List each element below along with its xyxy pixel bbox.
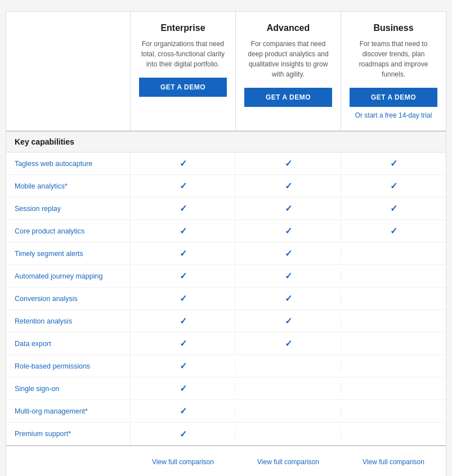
- advanced-comparison-link[interactable]: View full comparison: [257, 458, 319, 466]
- check-icon: ✓: [180, 361, 187, 371]
- check-icon: ✓: [180, 181, 187, 191]
- advanced-cta-button[interactable]: GET A DEMO: [244, 88, 332, 107]
- feature-name: Timely segment alerts: [6, 244, 130, 263]
- section-header-col2: [238, 137, 338, 146]
- feature-cell-advanced: ✓: [235, 220, 341, 242]
- feature-cell-advanced: ✓: [235, 197, 341, 219]
- feature-name: Role-based permissions: [6, 357, 130, 376]
- check-icon: ✓: [180, 339, 187, 348]
- section-header-col1: [138, 137, 238, 146]
- check-icon: ✓: [180, 316, 187, 326]
- feature-cell-business: [341, 361, 446, 372]
- feature-cell-advanced: [235, 428, 341, 439]
- section-header-col3: [338, 137, 437, 146]
- feature-cell-business: [341, 406, 446, 417]
- feature-row: Retention analysis✓✓: [6, 310, 446, 333]
- advanced-desc: For companies that need deep product ana…: [244, 39, 332, 79]
- feature-cell-enterprise: ✓: [130, 288, 235, 309]
- check-icon: ✓: [180, 406, 187, 416]
- footer-empty: [6, 455, 130, 469]
- feature-cell-enterprise: ✓: [130, 152, 235, 174]
- check-icon: ✓: [285, 316, 292, 326]
- feature-row: Multi-org management*✓: [6, 400, 446, 423]
- plan-advanced: Advanced For companies that need deep pr…: [235, 12, 341, 131]
- footer-advanced-comparison: View full comparison: [235, 455, 341, 469]
- feature-cell-business: [341, 271, 446, 282]
- feature-cell-advanced: ✓: [235, 310, 341, 332]
- check-icon: ✓: [390, 181, 397, 191]
- feature-row: Mobile analytics*✓✓✓: [6, 175, 446, 197]
- feature-name: Premium support*: [6, 424, 130, 443]
- check-icon: ✓: [180, 226, 187, 236]
- feature-cell-advanced: ✓: [235, 265, 341, 287]
- section-title: Key capabilities: [15, 137, 138, 146]
- feature-cell-advanced: ✓: [235, 175, 341, 197]
- check-icon: ✓: [390, 159, 397, 168]
- business-desc: For teams that need to discover trends, …: [350, 39, 437, 79]
- business-comparison-link[interactable]: View full comparison: [363, 458, 424, 466]
- plan-enterprise: Enterprise For organizations that need t…: [130, 12, 235, 131]
- feature-name: Automated journey mapping: [6, 267, 130, 286]
- feature-cell-enterprise: ✓: [130, 333, 235, 354]
- free-trial-link[interactable]: Or start a free 14-day trial: [350, 111, 437, 119]
- feature-row: Premium support*✓: [6, 423, 446, 445]
- feature-name: Tagless web autocapture: [6, 154, 130, 173]
- feature-name: Core product analytics: [6, 222, 130, 241]
- feature-cell-business: ✓: [341, 175, 446, 197]
- check-icon: ✓: [285, 181, 292, 191]
- feature-name: Multi-org management*: [6, 402, 130, 421]
- feature-cell-enterprise: ✓: [130, 310, 235, 332]
- enterprise-desc: For organizations that need total, cross…: [139, 39, 227, 69]
- business-cta-button[interactable]: GET A DEMO: [350, 88, 437, 107]
- enterprise-cta-button[interactable]: GET A DEMO: [139, 78, 227, 97]
- enterprise-name: Enterprise: [139, 23, 227, 33]
- feature-row: Single sign-on✓: [6, 378, 446, 400]
- feature-name: Retention analysis: [6, 312, 130, 331]
- check-icon: ✓: [180, 384, 187, 393]
- check-icon: ✓: [285, 339, 292, 348]
- feature-cell-advanced: ✓: [235, 333, 341, 354]
- feature-row: Tagless web autocapture✓✓✓: [6, 152, 446, 175]
- check-icon: ✓: [180, 271, 187, 281]
- feature-cell-enterprise: ✓: [130, 220, 235, 242]
- feature-cell-advanced: [235, 383, 341, 394]
- enterprise-comparison-link[interactable]: View full comparison: [152, 458, 214, 466]
- footer-enterprise-comparison: View full comparison: [130, 455, 235, 469]
- feature-cell-advanced: [235, 406, 341, 417]
- feature-row: Timely segment alerts✓✓: [6, 243, 446, 265]
- page-wrapper: Enterprise For organizations that need t…: [0, 0, 452, 476]
- feature-cell-enterprise: ✓: [130, 423, 235, 445]
- feature-name: Conversion analysis: [6, 289, 130, 308]
- section-header: Key capabilities: [6, 132, 446, 152]
- plan-business: Business For teams that need to discover…: [341, 12, 446, 131]
- feature-cell-business: [341, 428, 446, 439]
- feature-cell-business: ✓: [341, 220, 446, 242]
- check-icon: ✓: [180, 429, 187, 439]
- feature-row: Role-based permissions✓: [6, 355, 446, 378]
- feature-cell-advanced: [235, 361, 341, 372]
- feature-cell-enterprise: ✓: [130, 400, 235, 422]
- feature-cell-enterprise: ✓: [130, 378, 235, 399]
- feature-name: Data export: [6, 334, 130, 353]
- feature-row: Core product analytics✓✓✓: [6, 220, 446, 243]
- check-icon: ✓: [285, 294, 292, 303]
- check-icon: ✓: [285, 204, 292, 213]
- footer-business-comparison: View full comparison: [341, 455, 446, 469]
- features-container: Tagless web autocapture✓✓✓Mobile analyti…: [6, 152, 446, 445]
- feature-cell-advanced: ✓: [235, 243, 341, 264]
- advanced-name: Advanced: [244, 23, 332, 33]
- feature-cell-business: [341, 293, 446, 304]
- check-icon: ✓: [390, 204, 397, 213]
- feature-row: Data export✓✓: [6, 333, 446, 355]
- check-icon: ✓: [180, 204, 187, 213]
- footer-row: View full comparison View full compariso…: [6, 445, 446, 476]
- feature-cell-enterprise: ✓: [130, 243, 235, 264]
- feature-cell-business: ✓: [341, 152, 446, 174]
- feature-cell-business: [341, 383, 446, 394]
- empty-col: [6, 12, 130, 131]
- check-icon: ✓: [285, 249, 292, 258]
- feature-row: Automated journey mapping✓✓: [6, 265, 446, 288]
- plans-header: Enterprise For organizations that need t…: [6, 12, 446, 132]
- feature-cell-enterprise: ✓: [130, 197, 235, 219]
- feature-cell-business: [341, 316, 446, 327]
